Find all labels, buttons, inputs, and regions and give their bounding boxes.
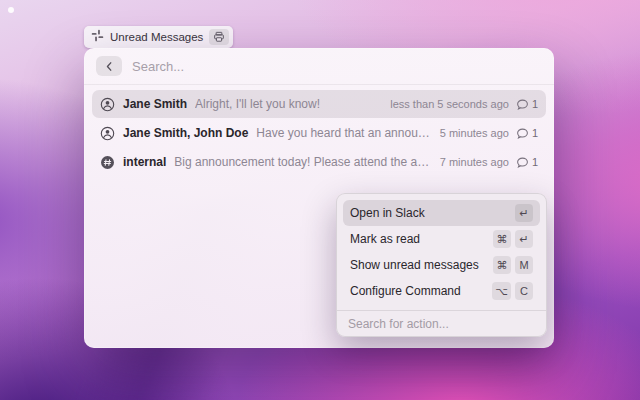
message-list: Jane Smith Alright, I'll let you know! l… [84, 85, 554, 176]
command-key-icon: ⌘ [493, 230, 511, 248]
speech-bubble-icon [516, 127, 529, 140]
shortcut-keys: ⌘ M [493, 256, 533, 274]
message-preview: Have you heard that an announcement is c… [256, 126, 431, 140]
message-timestamp: 7 minutes ago [440, 156, 509, 168]
menubar-status-dot [8, 7, 14, 13]
action-label: Open in Slack [350, 206, 425, 220]
action-open-in-slack[interactable]: Open in Slack ↵ [343, 200, 540, 226]
message-timestamp: less than 5 seconds ago [390, 98, 509, 110]
speech-bubble-icon [516, 156, 529, 169]
action-show-unread-messages[interactable]: Show unread messages ⌘ M [343, 252, 540, 278]
channel-name: internal [123, 155, 166, 169]
person-circle-icon [100, 97, 115, 112]
message-sender: Jane Smith [123, 97, 187, 111]
actions-menu: Open in Slack ↵ Mark as read ⌘ ↵ Show un… [336, 193, 547, 337]
actions-items: Open in Slack ↵ Mark as read ⌘ ↵ Show un… [337, 194, 546, 310]
shortcut-keys: ↵ [515, 204, 533, 222]
action-mark-as-read[interactable]: Mark as read ⌘ ↵ [343, 226, 540, 252]
shortcut-keys: ⌘ ↵ [493, 230, 533, 248]
menubar-command-label: Unread Messages [110, 31, 203, 43]
person-circle-icon [100, 126, 115, 141]
enter-key-icon: ↵ [515, 204, 533, 222]
action-label: Configure Command [350, 284, 461, 298]
menubar-command-pill[interactable]: Unread Messages [84, 26, 233, 48]
unread-count-badge: 1 [516, 156, 538, 169]
message-row[interactable]: Jane Smith, John Doe Have you heard that… [92, 119, 546, 147]
message-row[interactable]: Jane Smith Alright, I'll let you know! l… [92, 90, 546, 118]
search-header [84, 48, 554, 85]
unread-count-badge: 1 [516, 98, 538, 111]
message-row[interactable]: internal Big announcement today! Please … [92, 148, 546, 176]
message-timestamp: 5 minutes ago [440, 127, 509, 139]
shortcut-keys: ⌥ C [492, 282, 533, 300]
message-sender: Jane Smith, John Doe [123, 126, 248, 140]
action-label: Show unread messages [350, 258, 479, 272]
unread-count: 1 [532, 156, 538, 168]
enter-key-icon: ↵ [515, 230, 533, 248]
message-preview: Alright, I'll let you know! [195, 97, 382, 111]
chevron-left-icon [103, 60, 116, 73]
actions-search-bar [337, 310, 546, 336]
action-configure-command[interactable]: Configure Command ⌥ C [343, 278, 540, 304]
option-key-icon: ⌥ [492, 282, 511, 300]
hash-circle-icon [100, 155, 115, 170]
action-search-input[interactable] [348, 317, 535, 331]
speech-bubble-icon [516, 98, 529, 111]
unread-count-badge: 1 [516, 127, 538, 140]
command-key-icon: ⌘ [493, 256, 511, 274]
m-key-icon: M [515, 256, 533, 274]
c-key-icon: C [515, 282, 533, 300]
unread-count: 1 [532, 127, 538, 139]
back-button[interactable] [96, 56, 122, 76]
slack-icon [91, 28, 104, 46]
action-label: Mark as read [350, 232, 420, 246]
unread-count: 1 [532, 98, 538, 110]
search-input[interactable] [132, 59, 542, 74]
message-preview: Big announcement today! Please attend th… [174, 155, 431, 169]
launcher-window: Jane Smith Alright, I'll let you know! l… [84, 48, 554, 348]
printer-icon[interactable] [209, 29, 229, 45]
